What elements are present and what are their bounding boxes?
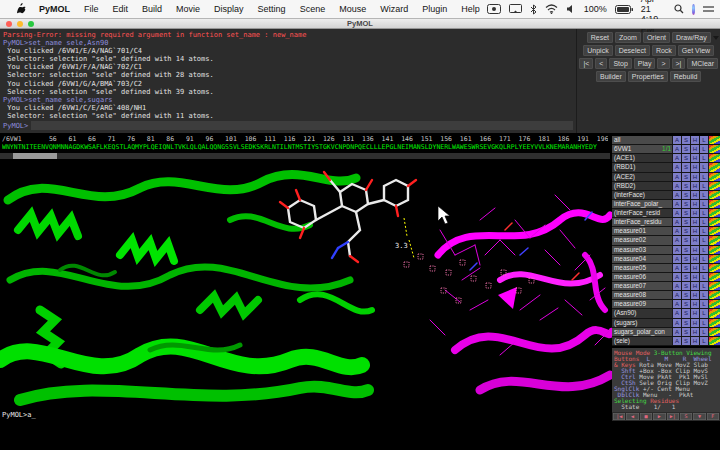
menu-s-button[interactable]: S — [681, 191, 690, 199]
menu-h-button[interactable]: H — [690, 282, 699, 290]
menu-s-button[interactable]: S — [681, 291, 690, 299]
object-row-measure06[interactable]: measure06ASHL — [612, 273, 720, 282]
object-row-measure01[interactable]: measure01ASHL — [612, 227, 720, 236]
menu-s-button[interactable]: S — [681, 236, 690, 244]
reset-button[interactable]: Reset — [587, 32, 613, 43]
object-row-interface[interactable]: (interFace)ASHL — [612, 191, 720, 200]
menu-l-button[interactable]: L — [699, 236, 708, 244]
menu-l-button[interactable]: L — [699, 328, 708, 336]
menu-s-button[interactable]: S — [681, 337, 690, 345]
siri-icon[interactable] — [692, 4, 695, 15]
menu-h-button[interactable]: H — [690, 227, 699, 235]
object-row-ace1[interactable]: (ACE1)ASHL — [612, 154, 720, 163]
menu-l-button[interactable]: L — [699, 145, 708, 153]
notification-center-icon[interactable] — [703, 5, 714, 14]
menu-item-scene[interactable]: Scene — [293, 0, 333, 18]
menu-a-button[interactable]: A — [672, 173, 681, 181]
menu-color-button[interactable] — [708, 255, 720, 263]
menu-item-edit[interactable]: Edit — [106, 0, 136, 18]
menu-a-button[interactable]: A — [672, 300, 681, 308]
menu-color-button[interactable] — [708, 319, 720, 327]
menu-a-button[interactable]: A — [672, 273, 681, 281]
f-button[interactable]: F — [707, 413, 719, 420]
menu-s-button[interactable]: S — [681, 328, 690, 336]
menu-h-button[interactable]: H — [690, 236, 699, 244]
menu-color-button[interactable] — [708, 273, 720, 281]
menu-color-button[interactable] — [708, 300, 720, 308]
screen-record-icon[interactable] — [487, 4, 501, 14]
display-mirroring-icon[interactable] — [509, 4, 522, 14]
sequence-letters[interactable]: WNYNTNITEENVQNMNNAGDKWSAFLKEQSTLAQMYPLQE… — [2, 144, 608, 152]
menu-a-button[interactable]: A — [672, 227, 681, 235]
menu-h-button[interactable]: H — [690, 200, 699, 208]
step-back-button[interactable]: ◀ — [626, 413, 638, 420]
menu-a-button[interactable]: A — [672, 191, 681, 199]
object-row-6vw1[interactable]: 6VW1 1/1ASHL — [612, 145, 720, 154]
menu-s-button[interactable]: S — [681, 145, 690, 153]
menu-s-button[interactable]: S — [681, 264, 690, 272]
play-button[interactable]: ▶ — [653, 413, 665, 420]
draw-ray-button[interactable]: Draw/Ray — [672, 32, 711, 43]
menu-a-button[interactable]: A — [672, 236, 681, 244]
menu-color-button[interactable] — [708, 282, 720, 290]
menu-a-button[interactable]: A — [672, 145, 681, 153]
menu-l-button[interactable]: L — [699, 191, 708, 199]
menu-l-button[interactable]: L — [699, 291, 708, 299]
object-row-sele[interactable]: (sele)ASHL — [612, 337, 720, 346]
step-forward-button[interactable]: ▶| — [667, 413, 679, 420]
menu-color-button[interactable] — [708, 136, 720, 144]
mclear-button[interactable]: MClear — [687, 58, 718, 69]
window-titlebar[interactable]: PyMOL — [0, 19, 720, 29]
menu-s-button[interactable]: S — [681, 173, 690, 181]
menu-l-button[interactable]: L — [699, 273, 708, 281]
builder-button[interactable]: Builder — [596, 71, 626, 82]
menu-h-button[interactable]: H — [690, 154, 699, 162]
menu-color-button[interactable] — [708, 328, 720, 336]
menu-s-button[interactable]: S — [681, 309, 690, 317]
menu-s-button[interactable]: S — [681, 300, 690, 308]
menu-h-button[interactable]: H — [690, 136, 699, 144]
menu-l-button[interactable]: L — [699, 182, 708, 190]
stop-button[interactable]: ■ — [640, 413, 652, 420]
object-row-interface-residu[interactable]: interFace_residuASHL — [612, 218, 720, 227]
menu-color-button[interactable] — [708, 173, 720, 181]
menu-item-help[interactable]: Help — [454, 0, 487, 18]
get-view-button[interactable]: Get View — [678, 45, 714, 56]
menu-h-button[interactable]: H — [690, 173, 699, 181]
menu-a-button[interactable]: A — [672, 246, 681, 254]
orient-button[interactable]: Orient — [643, 32, 670, 43]
menu-a-button[interactable]: A — [672, 264, 681, 272]
properties-button[interactable]: Properties — [628, 71, 668, 82]
menu-s-button[interactable]: S — [681, 319, 690, 327]
apple-menu-icon[interactable] — [10, 2, 32, 16]
menu-h-button[interactable]: H — [690, 145, 699, 153]
menu-color-button[interactable] — [708, 291, 720, 299]
menu-s-button[interactable]: S — [681, 218, 690, 226]
menu-l-button[interactable]: L — [699, 246, 708, 254]
menu-h-button[interactable]: H — [690, 337, 699, 345]
rock-button[interactable]: Rock — [652, 45, 676, 56]
spotlight-search-icon[interactable] — [674, 4, 684, 14]
menu-color-button[interactable] — [708, 200, 720, 208]
menu-a-button[interactable]: A — [672, 163, 681, 171]
menu-color-button[interactable] — [708, 309, 720, 317]
menu-s-button[interactable]: S — [681, 182, 690, 190]
command-input[interactable] — [31, 121, 573, 130]
menu-s-button[interactable]: S — [681, 136, 690, 144]
menu-item-setting[interactable]: Setting — [251, 0, 293, 18]
menu-s-button[interactable]: S — [681, 200, 690, 208]
menu-a-button[interactable]: A — [672, 309, 681, 317]
menu-h-button[interactable]: H — [690, 300, 699, 308]
menu-color-button[interactable] — [708, 145, 720, 153]
menu-color-button[interactable] — [708, 209, 720, 217]
object-row-measure03[interactable]: measure03ASHL — [612, 246, 720, 255]
object-row-measure07[interactable]: measure07ASHL — [612, 282, 720, 291]
object-row-sugars-polar-con[interactable]: sugars_polar_conASHL — [612, 328, 720, 337]
menu-l-button[interactable]: L — [699, 337, 708, 345]
menu-l-button[interactable]: L — [699, 255, 708, 263]
menu-h-button[interactable]: H — [690, 191, 699, 199]
menu-a-button[interactable]: A — [672, 319, 681, 327]
menu-h-button[interactable]: H — [690, 209, 699, 217]
menu-color-button[interactable] — [708, 264, 720, 272]
object-row-measure05[interactable]: measure05ASHL — [612, 264, 720, 273]
